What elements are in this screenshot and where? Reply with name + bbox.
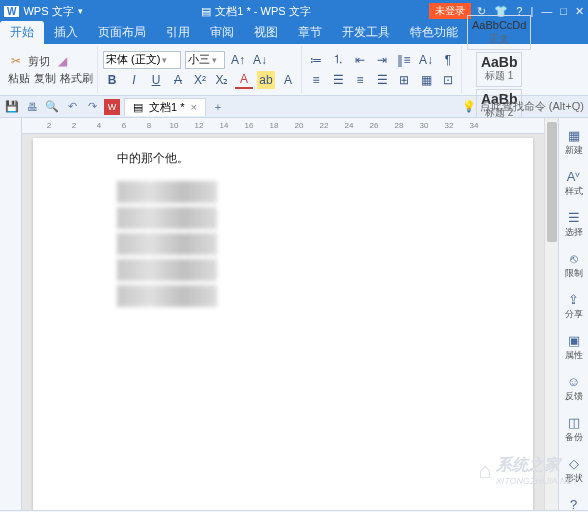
clipboard-group: ✂ 剪切 ◢ 粘贴 复制 格式刷 bbox=[4, 46, 98, 93]
copy-button[interactable]: 复制 bbox=[34, 71, 56, 86]
superscript-button[interactable]: X² bbox=[191, 71, 209, 89]
highlight-button[interactable]: ab bbox=[257, 71, 275, 89]
doc-tab-icon: ▤ bbox=[133, 101, 143, 114]
sp-shape[interactable]: ◇形状 bbox=[561, 452, 587, 489]
doc-tab-label: 文档1 * bbox=[149, 100, 184, 115]
command-search[interactable]: 点此查找命令 (Alt+Q) bbox=[480, 99, 584, 114]
shading-button[interactable]: ▦ bbox=[417, 71, 435, 89]
align-justify-button[interactable]: ☰ bbox=[373, 71, 391, 89]
preview-icon[interactable]: 🔍 bbox=[44, 99, 60, 115]
vertical-ruler[interactable] bbox=[0, 118, 22, 510]
align-right-button[interactable]: ≡ bbox=[351, 71, 369, 89]
minimize-button[interactable]: — bbox=[541, 5, 552, 18]
show-marks-button[interactable]: ¶ bbox=[439, 51, 457, 69]
style-normal[interactable]: AaBbCcDd 正文 bbox=[467, 15, 531, 50]
redacted-text bbox=[117, 207, 217, 229]
paragraph-group: ≔ ⒈ ⇤ ⇥ ‖≡ A↓ ¶ ≡ ☰ ≡ ☰ ⊞ ▦ ⊡ bbox=[303, 46, 462, 93]
undo-icon[interactable]: ↶ bbox=[64, 99, 80, 115]
redacted-text bbox=[117, 181, 217, 203]
indent-inc-button[interactable]: ⇥ bbox=[373, 51, 391, 69]
line-spacing-button[interactable]: ‖≡ bbox=[395, 51, 413, 69]
vertical-scrollbar[interactable] bbox=[544, 118, 558, 510]
distribute-button[interactable]: ⊞ bbox=[395, 71, 413, 89]
format-painter-button[interactable]: 格式刷 bbox=[60, 71, 93, 86]
styles-group: AaBbCcDd 正文 AaBb 标题 1 AaBb 标题 2 bbox=[463, 46, 535, 93]
sort-button[interactable]: A↓ bbox=[417, 51, 435, 69]
wps-icon[interactable]: W bbox=[104, 99, 120, 115]
paste-button[interactable]: 粘贴 bbox=[8, 71, 30, 86]
document-page[interactable]: 中的那个他。 bbox=[33, 138, 533, 510]
numbering-button[interactable]: ⒈ bbox=[329, 51, 347, 69]
chevron-down-icon: ▾ bbox=[212, 55, 217, 65]
tab-section[interactable]: 章节 bbox=[288, 21, 332, 44]
bulb-icon: 💡 bbox=[462, 100, 476, 113]
text-content[interactable]: 中的那个他。 bbox=[117, 150, 449, 167]
page-viewport[interactable]: 2246810121416182022242628303234 中的那个他。 bbox=[22, 118, 544, 510]
doc-icon: ▤ bbox=[201, 5, 211, 18]
login-badge[interactable]: 未登录 bbox=[429, 3, 471, 19]
app-logo: W bbox=[4, 6, 19, 17]
tab-view[interactable]: 视图 bbox=[244, 21, 288, 44]
side-panel: ▦新建 Aᵛ样式 ☰选择 ⎋限制 ⇪分享 ▣属性 ☺反馈 ◫备份 ◇形状 ?帮助 bbox=[558, 118, 588, 510]
save-icon[interactable]: 💾 bbox=[4, 99, 20, 115]
chevron-down-icon: ▾ bbox=[162, 55, 167, 65]
tab-special[interactable]: 特色功能 bbox=[400, 21, 468, 44]
tab-review[interactable]: 审阅 bbox=[200, 21, 244, 44]
ribbon: ✂ 剪切 ◢ 粘贴 复制 格式刷 宋体 (正文)▾ 小三▾ A↑ A↓ B I … bbox=[0, 44, 588, 96]
underline-button[interactable]: U bbox=[147, 71, 165, 89]
tab-references[interactable]: 引用 bbox=[156, 21, 200, 44]
italic-button[interactable]: I bbox=[125, 71, 143, 89]
app-name: WPS 文字 bbox=[23, 4, 73, 19]
sp-style[interactable]: Aᵛ样式 bbox=[561, 165, 587, 202]
maximize-button[interactable]: □ bbox=[560, 5, 567, 18]
strike-button[interactable]: A bbox=[169, 71, 187, 89]
font-color-button[interactable]: A bbox=[235, 71, 253, 89]
font-family-select[interactable]: 宋体 (正文)▾ bbox=[103, 51, 181, 69]
style-heading1[interactable]: AaBb 标题 1 bbox=[476, 52, 523, 87]
tab-layout[interactable]: 页面布局 bbox=[88, 21, 156, 44]
bold-button[interactable]: B bbox=[103, 71, 121, 89]
sp-restrict[interactable]: ⎋限制 bbox=[561, 247, 587, 284]
tab-insert[interactable]: 插入 bbox=[44, 21, 88, 44]
align-center-button[interactable]: ☰ bbox=[329, 71, 347, 89]
sp-select[interactable]: ☰选择 bbox=[561, 206, 587, 243]
tab-home[interactable]: 开始 bbox=[0, 21, 44, 44]
bullets-button[interactable]: ≔ bbox=[307, 51, 325, 69]
tab-dev[interactable]: 开发工具 bbox=[332, 21, 400, 44]
redacted-text bbox=[117, 233, 217, 255]
borders-button[interactable]: ⊡ bbox=[439, 71, 457, 89]
horizontal-ruler[interactable]: 2246810121416182022242628303234 bbox=[22, 118, 544, 134]
doc-title: 文档1 * - WPS 文字 bbox=[215, 4, 310, 19]
font-group: 宋体 (正文)▾ 小三▾ A↑ A↓ B I U A X² X₂ A ab A bbox=[99, 46, 302, 93]
redacted-text bbox=[117, 285, 217, 307]
font-size-select[interactable]: 小三▾ bbox=[185, 51, 225, 69]
grow-font-button[interactable]: A↑ bbox=[229, 51, 247, 69]
subscript-button[interactable]: X₂ bbox=[213, 71, 231, 89]
eraser-icon[interactable]: ◢ bbox=[54, 53, 70, 69]
close-button[interactable]: ✕ bbox=[575, 5, 584, 18]
close-tab-icon[interactable]: × bbox=[190, 101, 196, 113]
char-border-button[interactable]: A bbox=[279, 71, 297, 89]
shrink-font-button[interactable]: A↓ bbox=[251, 51, 269, 69]
new-tab-button[interactable]: + bbox=[210, 99, 226, 115]
scissors-icon: ✂ bbox=[8, 53, 24, 69]
indent-dec-button[interactable]: ⇤ bbox=[351, 51, 369, 69]
sp-new[interactable]: ▦新建 bbox=[561, 124, 587, 161]
align-left-button[interactable]: ≡ bbox=[307, 71, 325, 89]
sp-backup[interactable]: ◫备份 bbox=[561, 411, 587, 448]
sp-share[interactable]: ⇪分享 bbox=[561, 288, 587, 325]
cut-button[interactable]: 剪切 bbox=[28, 54, 50, 69]
sp-props[interactable]: ▣属性 bbox=[561, 329, 587, 366]
work-area: 2246810121416182022242628303234 中的那个他。 ▦… bbox=[0, 118, 588, 510]
scroll-thumb[interactable] bbox=[547, 122, 557, 242]
sp-feedback[interactable]: ☺反馈 bbox=[561, 370, 587, 407]
redacted-text bbox=[117, 259, 217, 281]
redo-icon[interactable]: ↷ bbox=[84, 99, 100, 115]
document-tab[interactable]: ▤ 文档1 * × bbox=[124, 98, 206, 116]
print-icon[interactable]: 🖶 bbox=[24, 99, 40, 115]
